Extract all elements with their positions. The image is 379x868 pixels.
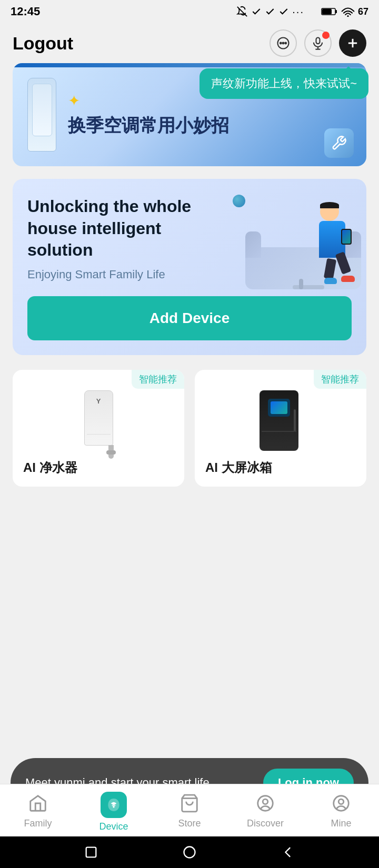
- product-badge-1: 智能推荐: [132, 370, 184, 389]
- smart-home-card-text: Unlocking the whole house intelligent so…: [27, 196, 206, 281]
- battery-icon: [321, 7, 338, 16]
- table-leg: [299, 279, 303, 289]
- nav-label-store: Store: [178, 818, 201, 829]
- svg-point-20: [184, 847, 195, 858]
- wrench-icon-box: [324, 128, 354, 158]
- nav-item-device[interactable]: Device: [87, 792, 140, 832]
- product-card-water-purifier[interactable]: 智能推荐 Y AI 净水器: [13, 370, 184, 487]
- check-icon-1: [251, 6, 262, 17]
- battery-percent: 67: [358, 6, 368, 17]
- discover-icon: [254, 792, 277, 815]
- smart-home-subtitle: Enjoying Smart Family Life: [27, 268, 206, 281]
- plus-icon: [345, 36, 360, 51]
- table-top: [293, 285, 324, 289]
- smart-home-title: Unlocking the whole house intelligent so…: [27, 196, 206, 261]
- phone-in-hand: [341, 229, 352, 245]
- product-image-fridge: [257, 393, 304, 451]
- add-device-button[interactable]: Add Device: [27, 296, 352, 340]
- svg-point-7: [285, 43, 286, 44]
- nav-label-discover: Discover: [247, 818, 284, 829]
- more-dots: ···: [292, 6, 304, 18]
- svg-point-5: [280, 43, 282, 44]
- status-icons: ··· 67: [236, 6, 368, 18]
- product-image-water-purifier: Y: [75, 393, 122, 451]
- svg-point-17: [334, 796, 349, 811]
- status-time: 12:45: [11, 5, 40, 18]
- wrench-icon: [331, 135, 347, 151]
- svg-point-15: [258, 796, 273, 811]
- product-card-fridge[interactable]: 智能推荐 AI 大屏冰箱: [195, 370, 366, 487]
- nav-item-store[interactable]: Store: [163, 792, 216, 829]
- chat-icon: [276, 36, 291, 51]
- main-content: ✦ 换季空调常用小妙招 Unlocking the whole house in…: [0, 63, 379, 487]
- nav-item-family[interactable]: Family: [12, 792, 64, 829]
- header-icon-group: [270, 29, 366, 57]
- silent-icon: [236, 6, 248, 17]
- banner-title: 换季空调常用小妙招: [68, 114, 229, 137]
- android-nav-bar: [0, 836, 379, 868]
- sofa-arm-left: [245, 231, 261, 258]
- tooltip-bubble[interactable]: 声纹新功能上线，快来试试~: [200, 68, 368, 99]
- svg-point-3: [347, 15, 348, 17]
- shoe-1: [341, 276, 355, 282]
- check-icon-3: [278, 6, 289, 17]
- android-back-button[interactable]: [278, 843, 297, 862]
- product-grid: 智能推荐 Y AI 净水器 智能推荐: [13, 370, 366, 487]
- svg-point-16: [263, 799, 268, 804]
- svg-point-13: [113, 806, 114, 808]
- header: Logout: [0, 23, 379, 63]
- nav-label-mine: Mine: [331, 818, 351, 829]
- notification-badge: [322, 32, 330, 39]
- svg-rect-1: [335, 10, 337, 13]
- mine-icon: [330, 792, 353, 815]
- product-name-1: AI 净水器: [23, 459, 174, 476]
- svg-point-18: [338, 799, 344, 804]
- ac-image: [27, 78, 56, 152]
- nav-label-family: Family: [24, 818, 52, 829]
- svg-rect-2: [322, 9, 332, 14]
- home-icon: [26, 792, 49, 815]
- smart-home-card: Unlocking the whole house intelligent so…: [13, 179, 366, 355]
- svg-point-6: [283, 43, 284, 44]
- nav-item-discover[interactable]: Discover: [239, 792, 292, 829]
- person-head: [320, 202, 339, 221]
- wifi-icon: [341, 6, 355, 17]
- android-home-button[interactable]: [180, 843, 199, 862]
- bottom-nav: Family Device Store: [0, 784, 379, 836]
- banner-text: ✦ 换季空调常用小妙招: [68, 92, 229, 137]
- chat-button[interactable]: [270, 29, 297, 57]
- svg-rect-8: [316, 38, 320, 44]
- voice-button[interactable]: [304, 29, 332, 57]
- device-icon-active: [101, 792, 127, 818]
- android-recent-button[interactable]: [82, 843, 101, 862]
- nav-label-device: Device: [99, 821, 128, 832]
- product-badge-2: 智能推荐: [314, 370, 366, 389]
- logout-button[interactable]: Logout: [13, 33, 73, 54]
- store-icon: [178, 792, 201, 815]
- illustration: [240, 184, 361, 289]
- status-bar: 12:45 ··· 67: [0, 0, 379, 23]
- check-icon-2: [265, 6, 275, 17]
- svg-rect-19: [86, 847, 96, 857]
- add-button[interactable]: [339, 29, 366, 57]
- shoe-2: [324, 278, 337, 284]
- product-name-2: AI 大屏冰箱: [205, 459, 356, 476]
- nav-item-mine[interactable]: Mine: [315, 792, 367, 829]
